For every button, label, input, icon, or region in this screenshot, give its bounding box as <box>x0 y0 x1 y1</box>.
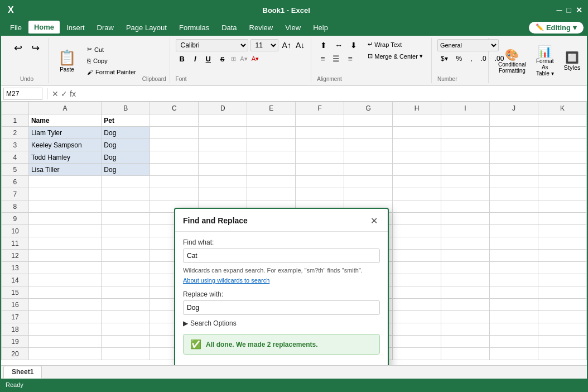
cell-H10[interactable] <box>393 225 441 237</box>
cell-F1[interactable] <box>296 114 344 127</box>
cell-H9[interactable] <box>393 213 441 225</box>
row-header-10[interactable]: 10 <box>2 225 29 237</box>
cell-G4[interactable] <box>344 151 393 164</box>
cell-I9[interactable] <box>441 213 490 225</box>
merge-center-button[interactable]: ⊡ Merge & Center ▾ <box>364 51 427 61</box>
cell-G6[interactable] <box>344 176 393 188</box>
cell-I19[interactable] <box>441 336 490 348</box>
align-bottom-button[interactable]: ⬇ <box>347 39 360 51</box>
cell-H14[interactable] <box>393 274 441 286</box>
cell-J17[interactable] <box>489 311 538 323</box>
cell-K7[interactable] <box>538 188 586 200</box>
cell-J5[interactable] <box>489 164 538 176</box>
menu-formulas[interactable]: Formulas <box>173 21 215 34</box>
cell-D3[interactable] <box>199 139 247 151</box>
cell-A16[interactable] <box>28 299 101 311</box>
copy-button[interactable]: ⎘ Copy <box>83 56 140 66</box>
cell-B19[interactable] <box>102 336 150 348</box>
cell-C3[interactable] <box>150 139 199 151</box>
cell-J4[interactable] <box>489 151 538 164</box>
row-header-16[interactable]: 16 <box>2 299 29 311</box>
col-header-b[interactable]: B <box>102 102 150 114</box>
cell-F3[interactable] <box>296 139 344 151</box>
row-header-9[interactable]: 9 <box>2 213 29 225</box>
row-header-1[interactable]: 1 <box>2 114 29 127</box>
close-icon[interactable]: ✕ <box>576 6 582 15</box>
styles-button[interactable]: 🔲 Styles <box>560 48 585 74</box>
cell-F6[interactable] <box>296 176 344 188</box>
cell-E6[interactable] <box>247 176 296 188</box>
cell-D2[interactable] <box>199 127 247 139</box>
italic-button[interactable]: I <box>190 53 200 65</box>
cell-J9[interactable] <box>489 213 538 225</box>
paste-button[interactable]: 📋 Paste <box>53 46 81 75</box>
cell-K12[interactable] <box>538 250 586 262</box>
cell-H12[interactable] <box>393 250 441 262</box>
cell-A8[interactable] <box>28 200 101 213</box>
row-header-3[interactable]: 3 <box>2 139 29 151</box>
cell-H11[interactable] <box>393 237 441 250</box>
cell-H15[interactable] <box>393 286 441 299</box>
formula-input[interactable] <box>78 88 585 100</box>
cell-K11[interactable] <box>538 237 586 250</box>
cell-C4[interactable] <box>150 151 199 164</box>
cut-button[interactable]: ✂ Cut <box>83 44 140 55</box>
menu-help[interactable]: Help <box>307 21 334 34</box>
cell-G3[interactable] <box>344 139 393 151</box>
col-header-k[interactable]: K <box>538 102 586 114</box>
cell-B7[interactable] <box>102 188 150 200</box>
row-header-5[interactable]: 5 <box>2 164 29 176</box>
font-name-select[interactable]: Calibri <box>176 39 248 51</box>
underline-button[interactable]: U <box>202 53 215 65</box>
cell-F2[interactable] <box>296 127 344 139</box>
cell-F5[interactable] <box>296 164 344 176</box>
cell-J8[interactable] <box>489 200 538 213</box>
cell-B1[interactable]: Pet <box>102 114 150 127</box>
conditional-formatting-button[interactable]: 🎨 ConditionalFormatting <box>494 45 530 77</box>
increase-font-button[interactable]: A↑ <box>281 40 293 51</box>
replace-input[interactable] <box>183 300 380 315</box>
confirm-formula-icon[interactable]: ✓ <box>61 89 68 98</box>
sheet-tab-sheet1[interactable]: Sheet1 <box>3 366 42 379</box>
find-input[interactable] <box>183 248 380 263</box>
cell-B4[interactable]: Dog <box>102 151 150 164</box>
cell-K5[interactable] <box>538 164 586 176</box>
cell-B10[interactable] <box>102 225 150 237</box>
align-top-button[interactable]: ⬆ <box>317 39 330 51</box>
cell-J3[interactable] <box>489 139 538 151</box>
cell-B15[interactable] <box>102 286 150 299</box>
cell-F7[interactable] <box>296 188 344 200</box>
cell-B13[interactable] <box>102 262 150 274</box>
wildcard-link[interactable]: About using wildcards to search <box>183 277 380 284</box>
row-header-12[interactable]: 12 <box>2 250 29 262</box>
cell-E2[interactable] <box>247 127 296 139</box>
cell-A12[interactable] <box>28 250 101 262</box>
cell-H13[interactable] <box>393 262 441 274</box>
col-header-f[interactable]: F <box>296 102 344 114</box>
cell-K20[interactable] <box>538 348 586 360</box>
menu-draw[interactable]: Draw <box>91 21 119 34</box>
fill-color-icon[interactable]: A▾ <box>239 55 248 63</box>
redo-button[interactable]: ↪ <box>27 39 44 57</box>
cell-A15[interactable] <box>28 286 101 299</box>
cell-I3[interactable] <box>441 139 490 151</box>
cell-C6[interactable] <box>150 176 199 188</box>
cell-B18[interactable] <box>102 323 150 336</box>
cell-J11[interactable] <box>489 237 538 250</box>
cell-K2[interactable] <box>538 127 586 139</box>
cell-K10[interactable] <box>538 225 586 237</box>
percent-button[interactable]: % <box>453 53 466 64</box>
cell-A6[interactable] <box>28 176 101 188</box>
cell-J7[interactable] <box>489 188 538 200</box>
cell-H2[interactable] <box>393 127 441 139</box>
align-middle-button[interactable]: ↔ <box>331 39 346 51</box>
cell-J2[interactable] <box>489 127 538 139</box>
search-options-row[interactable]: ▶ Search Options <box>183 318 380 328</box>
cell-J6[interactable] <box>489 176 538 188</box>
strikethrough-button[interactable]: S <box>216 54 228 64</box>
comma-button[interactable]: , <box>467 53 475 64</box>
align-left-button[interactable]: ≡ <box>317 52 328 65</box>
minimize-icon[interactable]: ─ <box>557 6 562 15</box>
cell-I7[interactable] <box>441 188 490 200</box>
cell-E7[interactable] <box>247 188 296 200</box>
